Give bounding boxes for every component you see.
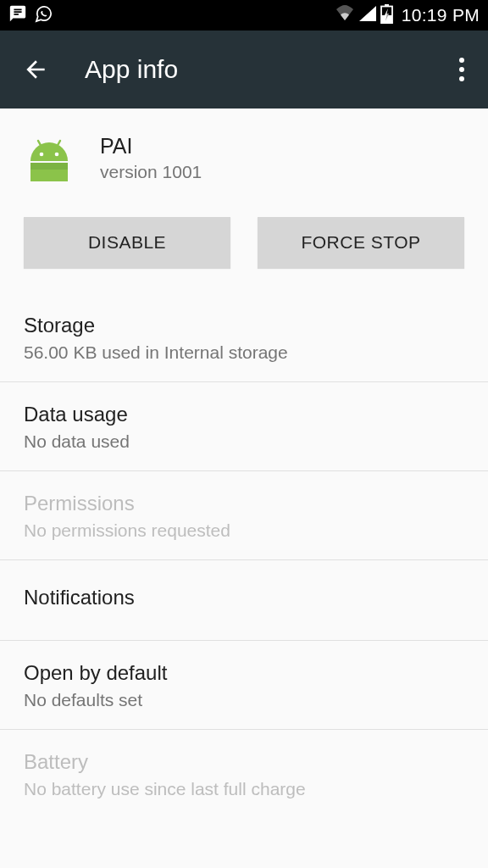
- storage-title: Storage: [24, 314, 464, 337]
- data-usage-item[interactable]: Data usage No data used: [0, 382, 488, 470]
- permissions-item: Permissions No permissions requested: [0, 471, 488, 559]
- open-by-default-title: Open by default: [24, 661, 464, 685]
- app-name: PAI: [100, 134, 202, 159]
- button-row: DISABLE FORCE STOP: [0, 203, 488, 293]
- force-stop-button[interactable]: FORCE STOP: [258, 217, 464, 268]
- svg-rect-9: [30, 163, 68, 170]
- open-by-default-subtitle: No defaults set: [24, 690, 464, 710]
- wifi-icon: [335, 5, 355, 25]
- battery-subtitle: No battery use since last full charge: [24, 779, 464, 799]
- page-title: App info: [85, 55, 424, 84]
- data-usage-title: Data usage: [24, 403, 464, 426]
- permissions-subtitle: No permissions requested: [24, 520, 464, 541]
- storage-subtitle: 56.00 KB used in Internal storage: [24, 342, 464, 363]
- battery-charging-icon: [380, 4, 393, 27]
- app-bar: App info: [0, 31, 488, 108]
- status-bar: 10:19 PM: [0, 0, 488, 31]
- svg-point-6: [55, 153, 59, 157]
- cell-signal-icon: [358, 5, 377, 25]
- svg-point-5: [40, 153, 44, 157]
- battery-title: Battery: [24, 750, 464, 774]
- whatsapp-icon: [34, 4, 53, 27]
- open-by-default-item[interactable]: Open by default No defaults set: [0, 641, 488, 729]
- app-version: version 1001: [100, 162, 202, 182]
- battery-item: Battery No battery use since last full c…: [0, 730, 488, 818]
- app-icon: [24, 136, 75, 186]
- data-usage-subtitle: No data used: [24, 431, 464, 452]
- more-vert-icon[interactable]: [459, 58, 471, 81]
- notifications-title: Notifications: [24, 586, 464, 609]
- status-time: 10:19 PM: [402, 5, 480, 25]
- app-header: PAI version 1001: [0, 108, 488, 203]
- permissions-title: Permissions: [24, 492, 464, 515]
- notifications-item[interactable]: Notifications: [0, 560, 488, 640]
- storage-item[interactable]: Storage 56.00 KB used in Internal storag…: [0, 293, 488, 381]
- back-arrow-icon[interactable]: [22, 56, 49, 83]
- message-icon: [8, 4, 27, 26]
- disable-button[interactable]: DISABLE: [24, 217, 230, 268]
